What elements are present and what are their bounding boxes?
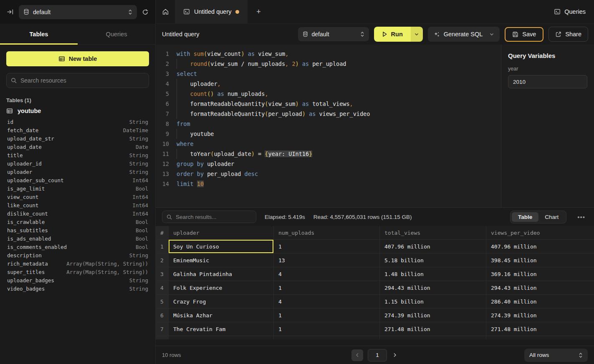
table-header-cell[interactable]: num_uploads bbox=[274, 226, 380, 240]
code-line[interactable]: 9 youtube bbox=[156, 129, 501, 139]
table-cell[interactable]: 1.48 billion bbox=[380, 267, 486, 281]
code-line[interactable]: 10where bbox=[156, 139, 501, 149]
table-cell[interactable]: 1 bbox=[274, 309, 380, 322]
table-cell[interactable]: 13 bbox=[274, 254, 380, 267]
table-cell[interactable]: 1.15 billion bbox=[380, 295, 486, 309]
page-size-selector[interactable]: All rows bbox=[524, 349, 588, 362]
view-toggle-table[interactable]: Table bbox=[512, 212, 538, 222]
next-page-button[interactable] bbox=[392, 351, 398, 359]
table-cell[interactable]: 274.39 million bbox=[486, 309, 594, 322]
sidebar-tab-queries[interactable]: Queries bbox=[78, 24, 155, 44]
current-page[interactable]: 1 bbox=[368, 349, 387, 361]
column-row[interactable]: fetch_dateDateTime bbox=[7, 126, 148, 134]
column-row[interactable]: view_countInt64 bbox=[7, 193, 148, 201]
tab-untitled-query[interactable]: Untitled query bbox=[175, 0, 248, 23]
column-row[interactable]: is_crawlableBool bbox=[7, 218, 148, 226]
table-cell[interactable]: Galinha Pintadinha bbox=[169, 267, 274, 281]
new-tab-button[interactable]: + bbox=[248, 0, 269, 23]
queries-button[interactable]: Queries bbox=[546, 0, 594, 23]
table-cell[interactable]: 398.45 million bbox=[486, 254, 594, 267]
prev-page-button[interactable] bbox=[351, 349, 363, 361]
table-header-cell[interactable]: total_views bbox=[380, 226, 486, 240]
column-row[interactable]: video_badgesString bbox=[7, 284, 148, 293]
column-row[interactable]: upload_dateDate bbox=[7, 143, 148, 151]
column-row[interactable]: is_ads_enabledBool bbox=[7, 234, 148, 243]
table-cell[interactable]: 286.40 million bbox=[486, 295, 594, 309]
new-table-button[interactable]: New table bbox=[6, 51, 149, 66]
table-cell[interactable]: Folk Experience bbox=[169, 281, 274, 295]
table-cell[interactable]: 271.48 million bbox=[486, 322, 594, 336]
column-row[interactable]: super_titlesArray(Map(String, String)) bbox=[7, 268, 148, 276]
row-number-cell[interactable]: 4 bbox=[156, 281, 169, 295]
table-cell[interactable]: 4 bbox=[274, 295, 380, 309]
column-row[interactable]: uploader_sub_countInt64 bbox=[7, 176, 148, 184]
column-row[interactable]: uploader_idString bbox=[7, 159, 148, 168]
code-line[interactable]: 12group by uploader bbox=[156, 159, 501, 169]
table-cell[interactable]: 1 bbox=[274, 281, 380, 295]
run-button[interactable]: Run bbox=[374, 27, 411, 42]
code-line[interactable]: 2 round(view_sum / num_uploads, 2) as pe… bbox=[156, 59, 501, 69]
row-number-cell[interactable]: 1 bbox=[156, 240, 169, 254]
sql-editor[interactable]: 1with sum(view_count) as view_sum,2 roun… bbox=[156, 45, 501, 207]
database-selector[interactable]: default bbox=[19, 5, 137, 19]
results-more-button[interactable]: ••• bbox=[575, 213, 588, 221]
view-toggle-chart[interactable]: Chart bbox=[538, 212, 565, 222]
table-cell[interactable]: The Crevatin Fam bbox=[169, 322, 274, 336]
code-line[interactable]: 14limit 10 bbox=[156, 179, 501, 189]
row-number-cell[interactable]: 3 bbox=[156, 267, 169, 281]
table-cell[interactable]: 369.16 million bbox=[486, 267, 594, 281]
table-cell[interactable]: 4 bbox=[274, 267, 380, 281]
column-row[interactable]: has_subtitlesBool bbox=[7, 226, 148, 234]
run-options-button[interactable] bbox=[411, 27, 423, 42]
resources-search-input[interactable]: Search resources bbox=[6, 73, 149, 88]
column-row[interactable]: uploaderString bbox=[7, 168, 148, 176]
refresh-icon[interactable] bbox=[142, 9, 149, 15]
table-header-cell[interactable]: views_per_video bbox=[486, 226, 594, 240]
table-cell[interactable]: 407.96 million bbox=[380, 240, 486, 254]
column-row[interactable]: like_countInt64 bbox=[7, 201, 148, 209]
share-button[interactable]: Share bbox=[549, 27, 588, 42]
code-line[interactable]: 11 toYear(upload_date) = {year: UInt16} bbox=[156, 149, 501, 159]
code-line[interactable]: 3select bbox=[156, 69, 501, 79]
table-cell[interactable]: 294.43 million bbox=[380, 281, 486, 295]
code-line[interactable]: 4 uploader, bbox=[156, 79, 501, 89]
column-row[interactable]: idString bbox=[7, 118, 148, 126]
table-header-cell[interactable]: # bbox=[156, 226, 169, 240]
sidebar-tab-tables[interactable]: Tables bbox=[0, 24, 78, 44]
table-cell[interactable]: 1 bbox=[274, 322, 380, 336]
column-row[interactable]: uploader_badgesString bbox=[7, 276, 148, 284]
code-line[interactable]: 6 formatReadableQuantity(view_sum) as to… bbox=[156, 99, 501, 109]
code-line[interactable]: 13order by per_upload desc bbox=[156, 169, 501, 179]
table-cell[interactable]: EminemMusic bbox=[169, 254, 274, 267]
code-line[interactable]: 1with sum(view_count) as view_sum, bbox=[156, 49, 501, 59]
row-number-cell[interactable]: 7 bbox=[156, 322, 169, 336]
column-row[interactable]: upload_date_strString bbox=[7, 134, 148, 143]
results-search-input[interactable]: Search results... bbox=[162, 211, 256, 223]
column-row[interactable]: is_comments_enabledBool bbox=[7, 243, 148, 251]
column-row[interactable]: rich_metadataArray(Map(String, String)) bbox=[7, 259, 148, 268]
save-button[interactable]: Save bbox=[505, 27, 543, 42]
query-database-selector[interactable]: default bbox=[298, 27, 369, 41]
table-cell[interactable]: 1 bbox=[274, 240, 380, 254]
column-row[interactable]: titleString bbox=[7, 151, 148, 159]
table-cell[interactable]: 407.96 million bbox=[486, 240, 594, 254]
row-number-cell[interactable]: 2 bbox=[156, 254, 169, 267]
table-cell[interactable]: 271.48 million bbox=[380, 322, 486, 336]
code-line[interactable]: 7 formatReadableQuantity(per_upload) as … bbox=[156, 109, 501, 119]
code-line[interactable]: 8from bbox=[156, 119, 501, 129]
table-cell[interactable]: 294.43 million bbox=[486, 281, 594, 295]
column-row[interactable]: is_age_limitBool bbox=[7, 184, 148, 193]
table-cell[interactable]: 5.18 billion bbox=[380, 254, 486, 267]
table-cell[interactable]: Soy Un Curioso bbox=[169, 240, 274, 254]
table-cell[interactable]: Crazy Frog bbox=[169, 295, 274, 309]
table-cell[interactable]: Músika Azhar bbox=[169, 309, 274, 322]
code-line[interactable]: 5 count() as num_uploads, bbox=[156, 89, 501, 99]
sidebar-table-youtube[interactable]: youtube bbox=[6, 108, 149, 114]
generate-sql-button[interactable]: Generate SQL bbox=[428, 27, 500, 42]
column-row[interactable]: dislike_countInt64 bbox=[7, 209, 148, 218]
table-header-cell[interactable]: uploader bbox=[169, 226, 274, 240]
table-cell[interactable]: 274.39 million bbox=[380, 309, 486, 322]
home-icon[interactable] bbox=[156, 0, 175, 23]
row-number-cell[interactable]: 6 bbox=[156, 309, 169, 322]
row-number-cell[interactable]: 5 bbox=[156, 295, 169, 309]
